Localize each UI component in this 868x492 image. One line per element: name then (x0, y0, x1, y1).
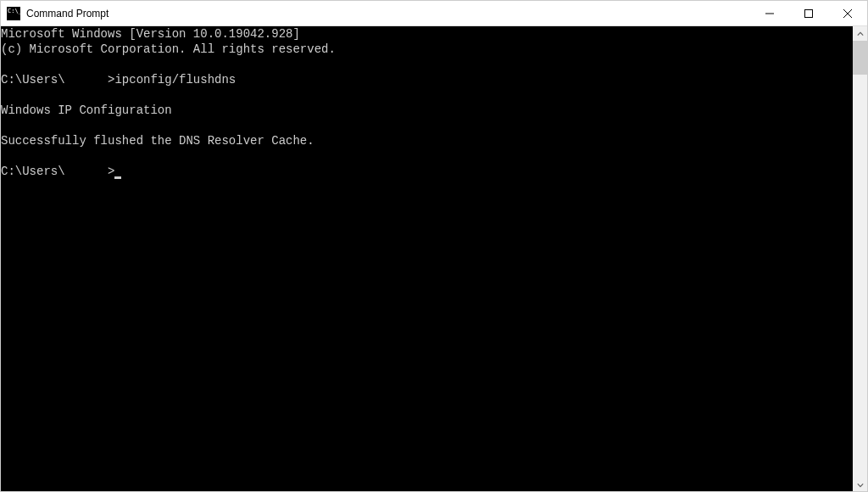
terminal-line (1, 118, 853, 133)
terminal-line: C:\Users\ >ipconfig/flushdns (1, 72, 853, 87)
cmd-icon (7, 7, 20, 20)
chevron-down-icon (857, 482, 864, 489)
window-titlebar: Command Prompt (1, 1, 867, 26)
terminal-line (1, 87, 853, 103)
content-area: Microsoft Windows [Version 10.0.19042.92… (1, 26, 867, 492)
minimize-icon (765, 9, 774, 18)
terminal-cursor (114, 176, 121, 179)
terminal-line (1, 148, 853, 164)
maximize-button[interactable] (789, 1, 828, 26)
chevron-up-icon (857, 31, 864, 37)
terminal-output[interactable]: Microsoft Windows [Version 10.0.19042.92… (1, 26, 853, 492)
scrollbar-up-button[interactable] (853, 26, 867, 41)
terminal-line: C:\Users\ > (1, 164, 853, 179)
scrollbar-thumb[interactable] (853, 41, 867, 75)
vertical-scrollbar[interactable] (853, 26, 867, 492)
terminal-line: Windows IP Configuration (1, 103, 853, 118)
maximize-icon (804, 9, 813, 18)
svg-rect-1 (805, 9, 813, 17)
terminal-line (1, 57, 853, 72)
minimize-button[interactable] (750, 1, 789, 26)
scrollbar-down-button[interactable] (853, 478, 867, 492)
terminal-line: Successfully flushed the DNS Resolver Ca… (1, 133, 853, 148)
close-button[interactable] (828, 1, 867, 26)
terminal-line: (c) Microsoft Corporation. All rights re… (1, 42, 853, 57)
window-title: Command Prompt (26, 8, 108, 20)
terminal-line: Microsoft Windows [Version 10.0.19042.92… (1, 26, 853, 42)
close-icon (843, 9, 852, 18)
